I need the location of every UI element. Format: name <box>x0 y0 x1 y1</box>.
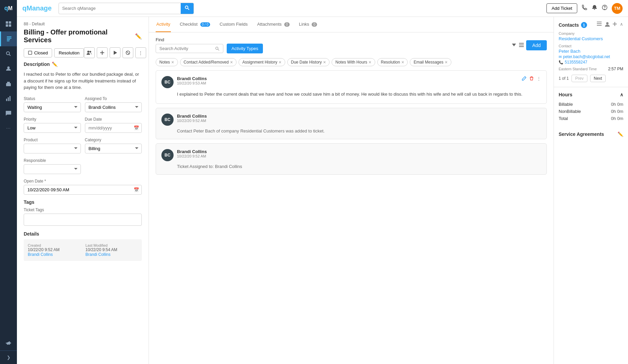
tags-title: Tags <box>24 199 142 205</box>
chip-notes-remove[interactable]: × <box>171 60 174 65</box>
due-date-input[interactable] <box>85 123 142 133</box>
help-icon[interactable] <box>602 4 608 12</box>
entry-1-more-icon[interactable]: ⋮ <box>537 76 541 82</box>
timezone-label: Eastern Standard Time <box>559 67 597 71</box>
checklist-badge: 0 / 0 <box>200 22 210 27</box>
chip-resolution-remove[interactable]: × <box>401 60 404 65</box>
contacts-section: Contacts 1 ∧ <box>554 17 628 87</box>
tabs-bar: Activity Checklist 0 / 0 Custom Fields A… <box>149 17 554 32</box>
pagination-text: 1 of 1 <box>559 76 569 81</box>
open-date-calendar-icon[interactable]: 📅 <box>134 187 139 192</box>
middle-panel: Activity Checklist 0 / 0 Custom Fields A… <box>149 17 554 364</box>
tab-links[interactable]: Links 0 <box>298 17 318 32</box>
contacts-badge: 1 <box>581 22 587 28</box>
activity-entry-2-info: Brandi Collins 10/22/20 9:52 AM <box>177 114 207 123</box>
contact-email[interactable]: peter.bach@sbcglobal.net <box>563 54 610 59</box>
user-avatar[interactable]: TM <box>612 3 623 14</box>
app-logo: qM <box>0 0 17 17</box>
more-options-button[interactable]: ⋮ <box>135 47 146 58</box>
add-button[interactable] <box>97 47 108 58</box>
add-ticket-button[interactable]: Add Ticket <box>546 3 577 13</box>
chip-assignment-history: Assignment History × <box>239 58 285 66</box>
contacts-person-icon[interactable] <box>605 22 610 28</box>
sort-down-icon[interactable] <box>511 42 517 49</box>
contacts-add-icon[interactable] <box>612 22 617 28</box>
activity-types-button[interactable]: Activity Types <box>227 44 263 53</box>
search-activity-input[interactable] <box>159 46 213 51</box>
chip-contact-remove[interactable]: × <box>230 60 233 65</box>
tab-custom-fields[interactable]: Custom Fields <box>219 17 248 32</box>
tab-attachments[interactable]: Attachments 0 <box>256 17 290 32</box>
hours-nonbillable-row: NonBillable 0h 0m <box>559 108 623 115</box>
category-select[interactable]: Billing <box>85 144 142 153</box>
add-activity-button[interactable]: Add <box>526 40 547 50</box>
contact-name[interactable]: Peter Bach <box>559 49 623 54</box>
tab-checklist[interactable]: Checklist 0 / 0 <box>179 17 211 32</box>
svg-rect-20 <box>28 51 32 54</box>
chip-assignment-remove[interactable]: × <box>279 60 282 65</box>
contact-phone[interactable]: 5135558247 <box>565 60 587 65</box>
entry-1-edit-icon[interactable] <box>522 76 526 82</box>
category-group: Category Billing <box>85 138 142 153</box>
sidebar-item-dashboard[interactable] <box>0 17 17 31</box>
form-row-2: Priority Low Due Date 📅 <box>24 117 142 133</box>
timezone-row: Eastern Standard Time 2:57 PM <box>559 67 623 71</box>
status-button[interactable]: Closed <box>24 48 52 57</box>
global-search-button[interactable] <box>181 3 194 14</box>
product-select[interactable] <box>24 144 81 153</box>
ticket-title-row: Billing - Offer promotional Services ✏️ <box>24 28 142 44</box>
ticket-title-edit-icon[interactable]: ✏️ <box>135 33 142 40</box>
sidebar-item-contacts[interactable] <box>0 61 17 76</box>
block-button[interactable] <box>122 47 133 58</box>
phone-icon[interactable] <box>581 4 587 12</box>
next-button[interactable]: Next <box>590 75 606 82</box>
ticket-action-buttons: ⋮ <box>84 47 146 58</box>
sidebar-item-companies[interactable] <box>0 76 17 91</box>
ticket-tags-input[interactable] <box>24 214 142 226</box>
entry-1-delete-icon[interactable] <box>529 76 534 82</box>
hours-collapse-icon[interactable]: ∧ <box>620 92 623 97</box>
notifications-icon[interactable] <box>591 4 598 12</box>
service-agreements-edit-icon[interactable]: ✏️ <box>618 131 623 137</box>
chip-notes-hours: Notes With Hours × <box>332 58 375 66</box>
play-button[interactable] <box>110 47 120 58</box>
sidebar-item-messages[interactable] <box>0 106 17 121</box>
sidebar-expand-button[interactable]: ❯ <box>0 350 17 364</box>
description-edit-icon[interactable]: ✏️ <box>52 62 58 67</box>
people-button[interactable] <box>84 47 95 58</box>
sidebar-item-reports[interactable] <box>0 91 17 106</box>
svg-line-27 <box>127 52 129 54</box>
sidebar-item-more[interactable]: ··· <box>0 121 17 136</box>
sidebar-item-tickets[interactable] <box>0 31 17 46</box>
contacts-header: Contacts 1 ∧ <box>559 22 623 28</box>
priority-select[interactable]: Low <box>24 123 81 133</box>
open-date-label: Open Date * <box>24 179 142 184</box>
responsible-group: Responsible <box>24 158 81 174</box>
chip-email-remove[interactable]: × <box>445 60 447 65</box>
due-date-calendar-icon[interactable]: 📅 <box>134 125 139 130</box>
sidebar-item-search[interactable] <box>0 46 17 61</box>
company-value[interactable]: Residential Customers <box>559 36 623 41</box>
svg-point-21 <box>87 51 89 53</box>
contacts-collapse-icon[interactable]: ∧ <box>620 22 623 28</box>
assigned-to-select[interactable]: Brandi Collins <box>85 102 142 112</box>
tab-activity[interactable]: Activity <box>156 17 171 32</box>
find-label: Find <box>156 37 266 42</box>
svg-rect-5 <box>7 38 12 39</box>
svg-rect-34 <box>597 23 602 24</box>
details-grid: Created 10/22/20 9:52 AM Brandi Collins … <box>28 243 138 257</box>
list-view-icon[interactable] <box>519 42 524 49</box>
modified-by[interactable]: Brandi Collins <box>86 252 138 257</box>
prev-button[interactable]: Prev <box>571 75 587 82</box>
contacts-list-icon[interactable] <box>597 22 602 28</box>
open-date-input[interactable] <box>24 185 142 195</box>
chip-notes-hours-remove[interactable]: × <box>368 60 371 65</box>
global-search-input[interactable] <box>59 4 181 13</box>
status-label: Closed <box>34 50 48 55</box>
chip-due-date-remove[interactable]: × <box>323 60 326 65</box>
created-by[interactable]: Brandi Collins <box>28 252 80 257</box>
status-select[interactable]: Waiting <box>24 102 81 112</box>
sidebar-item-settings[interactable] <box>0 336 17 350</box>
responsible-select[interactable] <box>24 164 81 174</box>
resolution-button[interactable]: Resolution <box>54 48 84 57</box>
